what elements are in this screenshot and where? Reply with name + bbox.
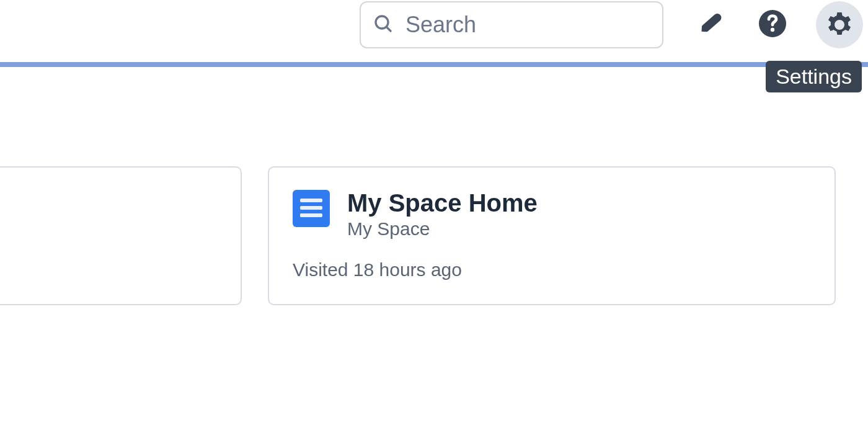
gear-icon: [825, 9, 854, 41]
card-header: My Space Home My Space: [293, 190, 811, 239]
recent-card-previous[interactable]: [0, 166, 242, 305]
card-title: My Space Home: [347, 190, 538, 216]
settings-tooltip: Settings: [766, 61, 862, 92]
topbar-actions: [694, 0, 868, 50]
card-subtitle: My Space: [347, 218, 538, 239]
bell-icon: [698, 10, 725, 40]
svg-point-3: [771, 28, 774, 32]
search-icon: [373, 14, 393, 36]
card-visited: Visited 18 hours ago: [293, 259, 811, 280]
tooltip-text: Settings: [776, 65, 852, 88]
settings-button[interactable]: [816, 1, 863, 48]
search-box[interactable]: [360, 1, 663, 48]
search-input[interactable]: [405, 12, 650, 38]
svg-line-1: [386, 27, 391, 31]
page-icon: [293, 190, 330, 227]
help-icon: [758, 9, 787, 41]
recent-card-my-space-home[interactable]: My Space Home My Space Visited 18 hours …: [268, 166, 836, 305]
top-bar: Settings: [0, 0, 868, 67]
notifications-button[interactable]: [694, 7, 729, 42]
card-titles: My Space Home My Space: [347, 190, 538, 239]
help-button[interactable]: [755, 7, 790, 42]
